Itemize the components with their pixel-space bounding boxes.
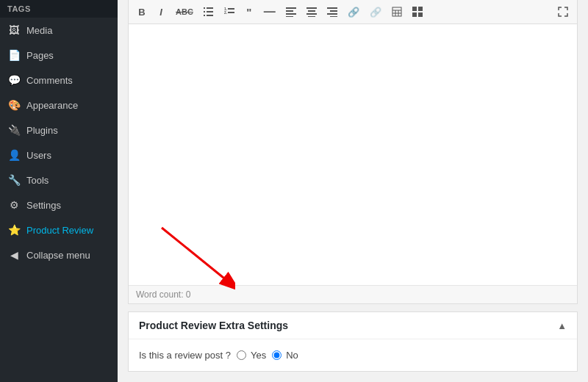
svg-rect-22 [392, 7, 401, 16]
svg-rect-17 [308, 16, 315, 17]
editor-toolbar: B I ABC 1.2. " — [129, 0, 577, 24]
sidebar-item-product-review[interactable]: ⭐ Product Review [0, 217, 118, 242]
sidebar-item-label: Tools [26, 175, 49, 186]
sidebar-header: Tags [0, 0, 118, 18]
word-count-bar: Word count: 0 [129, 285, 577, 303]
sidebar: Tags 🖼 Media 📄 Pages 💬 Comments 🎨 Appear… [0, 0, 118, 382]
svg-rect-28 [418, 7, 423, 11]
sidebar-item-label: Settings [26, 200, 61, 211]
product-review-icon: ⭐ [7, 223, 21, 237]
align-left-button[interactable] [282, 3, 301, 21]
sidebar-item-comments[interactable]: 💬 Comments [0, 68, 118, 93]
sidebar-item-appearance[interactable]: 🎨 Appearance [0, 93, 118, 118]
align-right-button[interactable] [323, 3, 342, 21]
content-wrapper: B I ABC 1.2. " — [118, 0, 588, 382]
svg-rect-20 [327, 13, 337, 15]
svg-rect-10 [286, 7, 296, 9]
svg-rect-4 [204, 15, 205, 16]
collapse-icon[interactable]: ▲ [557, 320, 567, 331]
svg-rect-18 [327, 7, 337, 9]
svg-rect-19 [330, 10, 337, 12]
sidebar-item-pages[interactable]: 📄 Pages [0, 43, 118, 68]
svg-rect-21 [330, 16, 337, 17]
svg-rect-2 [204, 11, 205, 12]
sidebar-item-users[interactable]: 👤 Users [0, 143, 118, 167]
svg-rect-0 [204, 7, 205, 9]
collapse-menu-icon: ◀ [7, 248, 21, 262]
yes-radio[interactable] [237, 350, 246, 360]
sidebar-item-collapse-menu[interactable]: ◀ Collapse menu [0, 242, 118, 267]
svg-rect-9 [228, 12, 234, 13]
no-label[interactable]: No [286, 350, 298, 361]
editor-area: B I ABC 1.2. " — [128, 0, 578, 304]
yes-label[interactable]: Yes [251, 350, 266, 361]
svg-rect-3 [207, 11, 213, 12]
fullscreen-button[interactable] [553, 3, 573, 21]
sidebar-item-label: Pages [26, 50, 54, 61]
settings-icon: ⚙ [7, 198, 21, 212]
sidebar-item-media[interactable]: 🖼 Media [0, 18, 118, 43]
sidebar-item-label: Appearance [26, 100, 78, 111]
svg-rect-16 [306, 13, 317, 15]
comments-icon: 💬 [7, 73, 21, 87]
svg-rect-7 [228, 8, 234, 10]
extra-settings-panel: Product Review Extra Settings ▲ Is this … [128, 311, 578, 372]
users-icon: 👤 [7, 148, 21, 162]
sidebar-item-settings[interactable]: ⚙ Settings [0, 192, 118, 217]
no-radio-group: No [272, 350, 298, 361]
svg-rect-1 [207, 7, 213, 9]
main-content: B I ABC 1.2. " — [118, 0, 588, 382]
is-review-label: Is this a review post ? [139, 350, 231, 361]
word-count-label: Word count: 0 [136, 289, 190, 300]
unlink-button[interactable]: 🔗 [365, 3, 386, 21]
svg-rect-13 [286, 16, 293, 17]
sidebar-item-label: Product Review [26, 225, 93, 236]
pages-icon: 📄 [7, 48, 21, 62]
appearance-icon: 🎨 [7, 98, 21, 112]
tools-icon: 🔧 [7, 173, 21, 187]
strikethrough-button[interactable]: ABC [171, 3, 198, 21]
bullet-list-button[interactable] [199, 3, 218, 21]
svg-rect-27 [412, 7, 417, 11]
extra-settings-body: Is this a review post ? Yes No [129, 339, 577, 371]
yes-radio-group: Yes [237, 350, 266, 361]
media-icon: 🖼 [7, 24, 21, 37]
sidebar-item-label: Media [26, 25, 52, 36]
editor-content[interactable] [129, 24, 577, 285]
more-button[interactable] [408, 3, 427, 21]
extra-settings-header: Product Review Extra Settings ▲ [129, 312, 577, 339]
hr-button[interactable]: — [259, 3, 280, 21]
ordered-list-button[interactable]: 1.2. [220, 3, 239, 21]
svg-rect-12 [286, 13, 296, 15]
sidebar-item-label: Comments [26, 75, 73, 86]
sidebar-item-label: Collapse menu [26, 250, 90, 261]
sidebar-item-label: Plugins [26, 125, 58, 136]
sidebar-item-tools[interactable]: 🔧 Tools [0, 167, 118, 192]
svg-rect-30 [418, 12, 423, 17]
svg-rect-5 [207, 15, 213, 16]
link-button[interactable]: 🔗 [343, 3, 364, 21]
svg-rect-14 [306, 7, 317, 9]
italic-button[interactable]: I [152, 3, 170, 21]
blockquote-button[interactable]: " [240, 3, 258, 21]
svg-rect-15 [308, 10, 315, 12]
svg-rect-29 [412, 12, 417, 17]
no-radio[interactable] [272, 350, 282, 360]
sidebar-item-plugins[interactable]: 🔌 Plugins [0, 118, 118, 143]
align-center-button[interactable] [302, 3, 321, 21]
extra-settings-title: Product Review Extra Settings [139, 320, 288, 331]
plugins-icon: 🔌 [7, 123, 21, 137]
table-button[interactable] [387, 3, 406, 21]
svg-rect-11 [286, 10, 293, 12]
svg-text:2.: 2. [224, 10, 228, 15]
bold-button[interactable]: B [133, 3, 151, 21]
sidebar-item-label: Users [26, 150, 51, 161]
